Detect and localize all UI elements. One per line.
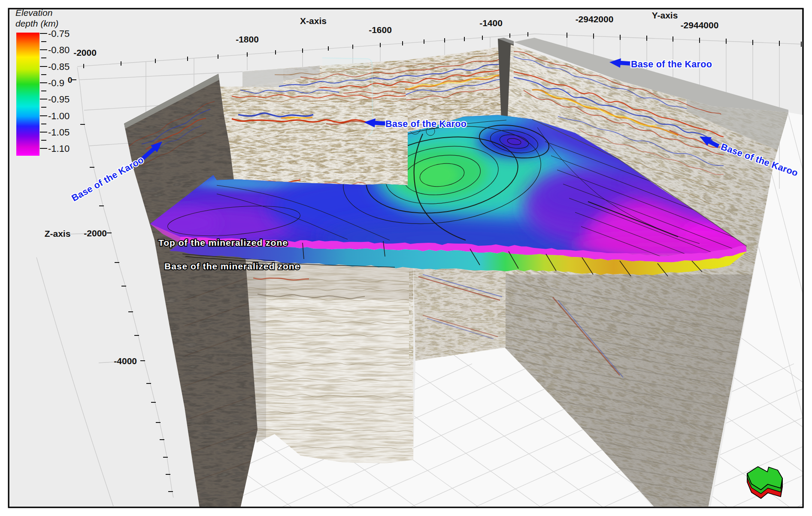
svg-text:0: 0 [68, 75, 73, 84]
svg-text:-4000: -4000 [114, 356, 137, 366]
svg-text:-2942000: -2942000 [576, 14, 614, 24]
svg-text:-0.75: -0.75 [48, 28, 70, 39]
svg-text:X-axis: X-axis [300, 16, 327, 26]
svg-text:-1400: -1400 [479, 18, 503, 28]
svg-text:-0.95: -0.95 [48, 94, 70, 105]
svg-text:Base of the Karoo: Base of the Karoo [631, 59, 712, 69]
svg-text:-1800: -1800 [236, 34, 259, 44]
svg-text:-2000: -2000 [73, 48, 97, 57]
svg-text:Y-axis: Y-axis [652, 10, 678, 20]
svg-text:Top of the mineralized zone: Top of the mineralized zone [158, 238, 288, 247]
svg-text:Z-axis: Z-axis [45, 229, 71, 238]
svg-text:-1.05: -1.05 [48, 127, 70, 138]
svg-text:Base of the mineralized zone: Base of the mineralized zone [164, 261, 300, 271]
svg-text:Base of the Karoo: Base of the Karoo [385, 119, 467, 129]
svg-text:-1.00: -1.00 [48, 111, 70, 121]
svg-text:-2000: -2000 [84, 228, 107, 238]
svg-text:depth (km): depth (km) [15, 18, 58, 28]
svg-text:-0.80: -0.80 [48, 45, 70, 55]
svg-text:-2944000: -2944000 [681, 20, 719, 30]
svg-text:-0.9: -0.9 [48, 78, 64, 88]
svg-text:-1.10: -1.10 [48, 143, 70, 154]
svg-text:-1600: -1600 [369, 25, 392, 35]
svg-text:-0.85: -0.85 [48, 61, 70, 72]
